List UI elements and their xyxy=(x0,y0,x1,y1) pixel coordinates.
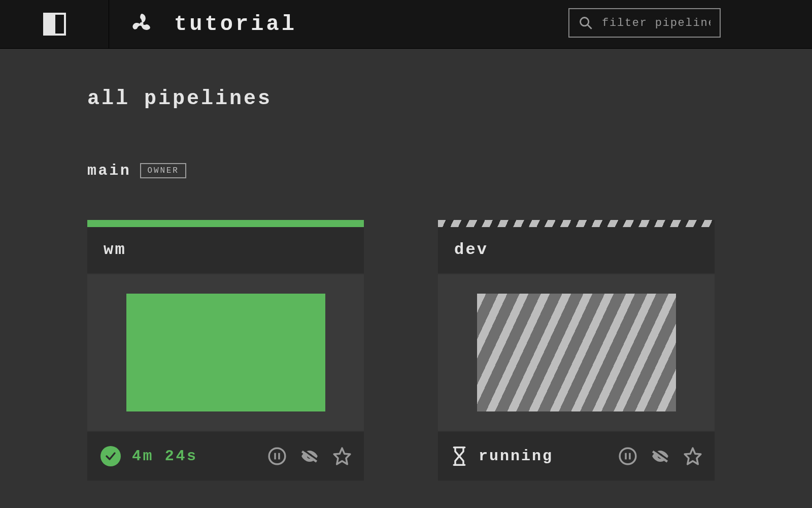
topbar: tutorial xyxy=(0,0,812,49)
pipeline-card-grid: wm 4m 24s xyxy=(87,220,812,481)
card-header: wm xyxy=(87,227,364,274)
search-icon xyxy=(579,16,593,30)
card-accent-bar xyxy=(87,220,364,227)
card-footer: 4m 24s xyxy=(87,432,364,481)
owner-badge: OWNER xyxy=(140,163,186,178)
team-header: main OWNER xyxy=(87,162,812,179)
svg-point-0 xyxy=(140,22,143,25)
search-input[interactable] xyxy=(602,17,710,29)
search-box[interactable] xyxy=(568,8,721,38)
svg-line-2 xyxy=(588,25,592,29)
eye-off-icon[interactable] xyxy=(651,447,670,466)
pipeline-preview xyxy=(438,274,715,432)
svg-marker-9 xyxy=(334,448,350,464)
eye-off-icon[interactable] xyxy=(300,447,319,466)
team-name: main xyxy=(87,162,131,179)
svg-point-3 xyxy=(269,448,285,464)
pipeline-name: dev xyxy=(454,240,698,259)
pause-icon[interactable] xyxy=(267,447,287,466)
pipeline-status-text: running xyxy=(479,448,553,465)
pipeline-preview-job xyxy=(126,294,325,411)
concourse-logo-icon xyxy=(126,9,157,40)
svg-point-1 xyxy=(581,18,589,26)
pipeline-card-dev[interactable]: dev running xyxy=(438,220,715,481)
pipeline-card-wm[interactable]: wm 4m 24s xyxy=(87,220,364,481)
hourglass-icon xyxy=(451,446,467,466)
card-footer: running xyxy=(438,432,715,481)
pipeline-duration: 4m 24s xyxy=(132,448,198,465)
check-circle-icon xyxy=(100,446,121,466)
card-accent-bar xyxy=(438,220,715,227)
star-icon[interactable] xyxy=(332,447,352,466)
star-icon[interactable] xyxy=(683,447,702,466)
section-heading: all pipelines xyxy=(87,87,812,110)
page-body: all pipelines main OWNER wm 4 xyxy=(0,49,812,481)
brand[interactable]: tutorial xyxy=(109,9,297,40)
pipeline-name: wm xyxy=(104,240,348,259)
pipeline-preview-job xyxy=(477,294,676,411)
page-title: tutorial xyxy=(174,12,297,37)
pipeline-preview xyxy=(87,274,364,432)
sidebar-toggle[interactable] xyxy=(0,0,109,49)
sidebar-toggle-icon xyxy=(43,13,66,36)
pause-icon[interactable] xyxy=(618,447,637,466)
svg-marker-18 xyxy=(685,448,701,464)
svg-point-12 xyxy=(620,448,636,464)
card-header: dev xyxy=(438,227,715,274)
